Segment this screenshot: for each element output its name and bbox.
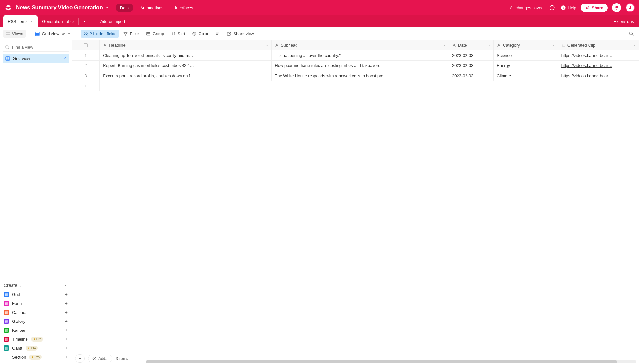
tab-interfaces[interactable]: Interfaces xyxy=(171,4,198,12)
divider xyxy=(29,31,29,37)
text-field-icon xyxy=(275,43,279,47)
cell-headline[interactable]: Report: Burning gas in oil fields cost t… xyxy=(100,61,271,71)
add-or-import-button[interactable]: + Add or import xyxy=(90,15,130,27)
plus-icon: + xyxy=(65,337,68,342)
add-row[interactable]: + xyxy=(72,81,639,91)
create-item-form[interactable]: ▦Form+ xyxy=(3,299,69,308)
color-button[interactable]: Color xyxy=(189,30,211,38)
help-button[interactable]: ? Help xyxy=(561,5,576,10)
create-item-gantt[interactable]: ▦Gantt✦Pro+ xyxy=(3,344,69,353)
cell-category[interactable]: Science xyxy=(494,50,558,60)
views-toggle[interactable]: Views xyxy=(3,30,26,38)
create-item-calendar[interactable]: ▦Calendar+ xyxy=(3,308,69,317)
cell-subhead[interactable]: "It's happening all over the country." xyxy=(272,50,449,60)
create-item-gallery[interactable]: ▦Gallery+ xyxy=(3,317,69,326)
chevron-down-icon: ▾ xyxy=(444,44,445,47)
cell-headline[interactable]: Exxon reports record profits, doubles do… xyxy=(100,71,271,81)
create-item-label: Section xyxy=(12,355,26,360)
extensions-button[interactable]: Extensions xyxy=(608,15,639,27)
create-item-section[interactable]: Section✦Pro+ xyxy=(3,353,69,361)
current-view-button[interactable]: Grid view xyxy=(32,30,73,38)
plus-icon: + xyxy=(65,328,68,333)
svg-line-22 xyxy=(8,48,9,49)
cell-subhead[interactable]: The White House responds with renewed ca… xyxy=(272,71,449,81)
column-header-date[interactable]: Date ▾ xyxy=(449,40,494,50)
svg-rect-23 xyxy=(6,57,10,60)
share-button[interactable]: Share xyxy=(581,4,608,12)
table-row[interactable]: 3Exxon reports record profits, doubles d… xyxy=(72,71,639,81)
cell-clip-link[interactable]: https://videos.bannerbear… xyxy=(558,50,639,60)
pro-badge: ✦Pro xyxy=(29,355,42,360)
notifications-button[interactable] xyxy=(612,3,621,12)
create-item-kanban[interactable]: ▦Kanban+ xyxy=(3,326,69,335)
view-toolbar: Views Grid view 2 hidden fields Filter G… xyxy=(0,27,639,40)
create-item-label: Kanban xyxy=(12,328,27,333)
table-row[interactable]: 1Cleaning up 'forever chemicals' is cost… xyxy=(72,50,639,61)
current-view-label: Grid view xyxy=(42,31,59,36)
svg-point-2 xyxy=(586,7,588,8)
hidden-fields-button[interactable]: 2 hidden fields xyxy=(81,30,119,38)
user-avatar[interactable]: J xyxy=(626,3,635,12)
grid-area: Headline ▾ Subhead ▾ xyxy=(72,40,639,364)
chevron-down-icon xyxy=(105,6,109,10)
footer-add-menu[interactable]: Add... xyxy=(88,355,112,362)
create-item-label: Calendar xyxy=(12,310,29,315)
base-title[interactable]: News Summary Video Generation xyxy=(16,4,109,11)
cell-date[interactable]: 2023-02-03 xyxy=(449,50,493,60)
column-header-clip[interactable]: Generated Clip ▾ xyxy=(558,40,639,50)
checkbox-icon[interactable] xyxy=(84,43,88,47)
cell-date[interactable]: 2023-02-03 xyxy=(449,71,493,81)
record-count: 3 items xyxy=(116,356,128,361)
sort-label: Sort xyxy=(178,31,185,36)
create-item-timeline[interactable]: ▦Timeline✦Pro+ xyxy=(3,335,69,344)
table-tab-generation[interactable]: Generation Table xyxy=(38,15,78,27)
svg-point-19 xyxy=(629,32,632,35)
cell-category[interactable]: Climate xyxy=(494,71,558,81)
search-button[interactable] xyxy=(627,29,636,38)
help-label: Help xyxy=(568,5,576,10)
plus-icon: + xyxy=(65,354,68,360)
table-row[interactable]: 2Report: Burning gas in oil fields cost … xyxy=(72,61,639,71)
header-right: All changes saved ? Help Share J xyxy=(510,3,635,12)
add-row-button[interactable]: + xyxy=(75,354,85,363)
cell-clip-link[interactable]: https://videos.bannerbear… xyxy=(558,61,639,71)
grid-icon xyxy=(5,56,10,61)
column-label: Generated Clip xyxy=(567,43,595,48)
tab-automations[interactable]: Automations xyxy=(136,4,168,12)
create-header[interactable]: Create... xyxy=(3,281,69,290)
tab-data[interactable]: Data xyxy=(116,4,133,12)
plus-icon[interactable]: + xyxy=(72,81,100,91)
plus-icon: + xyxy=(65,310,68,315)
create-item-grid[interactable]: ▦Grid+ xyxy=(3,290,69,299)
cell-date[interactable]: 2023-02-03 xyxy=(449,61,493,71)
svg-text:?: ? xyxy=(562,6,564,9)
svg-point-12 xyxy=(64,33,65,34)
create-section: Create... ▦Grid+▦Form+▦Calendar+▦Gallery… xyxy=(3,278,69,361)
svg-point-3 xyxy=(588,6,589,7)
app-header: News Summary Video Generation Data Autom… xyxy=(0,0,639,15)
find-view-input[interactable] xyxy=(12,45,66,49)
sort-button[interactable]: Sort xyxy=(169,30,188,38)
column-header-subhead[interactable]: Subhead ▾ xyxy=(272,40,449,50)
select-all-header[interactable] xyxy=(72,40,100,50)
plus-icon: + xyxy=(65,301,68,306)
app-logo-icon[interactable] xyxy=(4,4,12,11)
cell-clip-link[interactable]: https://videos.bannerbear… xyxy=(558,71,639,81)
horizontal-scrollbar[interactable] xyxy=(146,360,636,363)
view-item-grid-view[interactable]: Grid view ✓ xyxy=(3,54,69,63)
row-height-button[interactable] xyxy=(213,30,222,38)
cell-subhead[interactable]: How poor methane rules are costing tribe… xyxy=(272,61,449,71)
chevron-down-icon: ▾ xyxy=(634,44,635,47)
find-view-search[interactable] xyxy=(3,43,69,52)
cell-category[interactable]: Energy xyxy=(494,61,558,71)
column-header-category[interactable]: Category ▾ xyxy=(494,40,558,50)
table-tab-rss-items[interactable]: RSS Items xyxy=(3,15,38,27)
filter-button[interactable]: Filter xyxy=(121,30,142,38)
history-icon[interactable] xyxy=(548,4,556,12)
cell-headline[interactable]: Cleaning up 'forever chemicals' is costl… xyxy=(100,50,271,60)
tables-dropdown[interactable] xyxy=(79,15,90,27)
group-button[interactable]: Group xyxy=(143,30,166,38)
column-header-headline[interactable]: Headline ▾ xyxy=(100,40,272,50)
plus-icon: + xyxy=(65,292,68,297)
share-view-button[interactable]: Share view xyxy=(224,30,256,38)
